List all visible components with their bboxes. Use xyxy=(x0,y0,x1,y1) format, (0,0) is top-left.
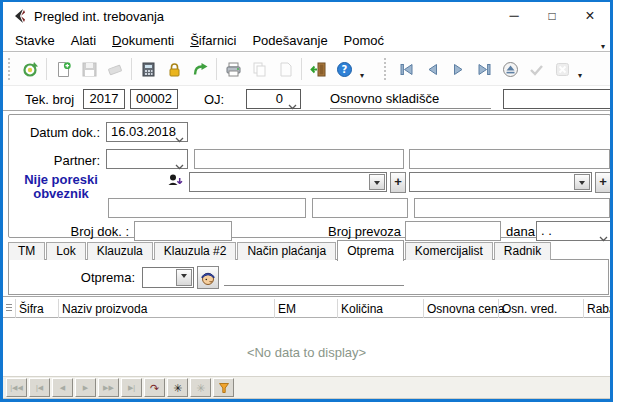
menu-pomoc[interactable]: Pomoć xyxy=(336,31,392,50)
add-address2-button[interactable]: + xyxy=(595,172,611,193)
tab-radnik[interactable]: Radnik xyxy=(494,242,551,260)
column-separator xyxy=(274,299,275,318)
maximize-button[interactable]: □ xyxy=(535,2,569,29)
svg-text:?: ? xyxy=(341,64,347,75)
dana-combobox[interactable]: . . xyxy=(536,221,612,241)
menu-podesavanje[interactable]: Podešavanje xyxy=(244,31,335,50)
dropdown-button[interactable] xyxy=(176,269,192,286)
copy-button xyxy=(246,56,272,82)
address2-combobox[interactable] xyxy=(409,172,592,192)
exit-button[interactable] xyxy=(305,56,331,82)
tab-otprema[interactable]: Otprema xyxy=(337,240,404,261)
calculator-button[interactable] xyxy=(135,56,161,82)
print-button[interactable] xyxy=(220,56,246,82)
column-separator xyxy=(498,299,499,318)
add-address-button[interactable]: + xyxy=(390,172,406,193)
tab-klauzula-2[interactable]: Klauzula #2 xyxy=(154,242,237,260)
grid-column-sifra[interactable]: Šifra xyxy=(19,302,44,316)
redo-button[interactable] xyxy=(187,56,213,82)
dropdown-button[interactable] xyxy=(369,174,385,190)
address-combobox[interactable] xyxy=(189,172,387,192)
grid-nav-append-button[interactable]: ✳ xyxy=(167,378,188,397)
toolbar-options-icon[interactable]: ▾ xyxy=(360,71,364,80)
broj-prevoza-field[interactable] xyxy=(405,221,501,241)
partner-combobox[interactable] xyxy=(106,149,188,169)
row-indicator-icon xyxy=(5,302,13,317)
nav-next-button[interactable] xyxy=(445,56,471,82)
refresh-button[interactable] xyxy=(17,56,43,82)
new-document-button[interactable] xyxy=(50,56,76,82)
menu-alati[interactable]: Alati xyxy=(63,31,104,50)
broj-dok-field[interactable] xyxy=(134,221,232,241)
eject-button[interactable] xyxy=(497,56,523,82)
nav-last-button[interactable] xyxy=(471,56,497,82)
menu-sifarnici[interactable]: Šifarnici xyxy=(182,31,244,50)
detail-field-2[interactable] xyxy=(312,198,408,218)
nav-previous-button[interactable] xyxy=(419,56,445,82)
dropdown-button[interactable] xyxy=(574,174,590,190)
otprema-tab-page: Otprema: xyxy=(8,259,609,295)
toolbar-separator xyxy=(216,58,217,80)
window-title: Pregled int. trebovanja xyxy=(34,9,164,24)
menu-overflow-icon[interactable]: ▾ xyxy=(601,42,605,51)
detail-field-1[interactable] xyxy=(108,198,306,218)
tab-strip: TM Lok Klauzula Klauzula #2 Način plaćan… xyxy=(8,240,552,260)
tab-lok[interactable]: Lok xyxy=(46,242,85,260)
header-extra-field[interactable] xyxy=(503,89,611,109)
grid-column-em[interactable]: EM xyxy=(278,302,296,316)
toolbar-separator xyxy=(301,58,302,80)
nav-first-button[interactable] xyxy=(393,56,419,82)
chevron-down-icon xyxy=(288,97,297,115)
dana-label: dana xyxy=(506,224,534,239)
worker-face-icon xyxy=(200,270,216,286)
grid-nav-refresh-button[interactable]: ↷ xyxy=(144,378,165,397)
oj-combobox[interactable]: 0 xyxy=(246,89,301,109)
grid-column-rabat[interactable]: Rabat xyxy=(587,302,613,316)
triangle-down-icon xyxy=(374,181,380,188)
partner-name2-field[interactable] xyxy=(409,149,610,169)
partner-name-field[interactable] xyxy=(194,149,404,169)
grid-column-naziv-proizvoda[interactable]: Naziv proizvoda xyxy=(62,302,147,316)
grid-column-osn-vred[interactable]: Osn. vred. xyxy=(502,302,557,316)
lock-button[interactable] xyxy=(161,56,187,82)
navigation-toolbar: ▾ xyxy=(381,56,585,82)
otprema-text-field[interactable] xyxy=(224,285,404,286)
toolbar-grip[interactable] xyxy=(8,58,12,80)
select-person-button[interactable] xyxy=(197,266,219,289)
grid-nav-prior-button: ◀ xyxy=(52,378,73,397)
toolbar-grip[interactable] xyxy=(384,58,388,80)
toolbar: ? ▾ ▾ xyxy=(3,53,610,86)
grid-nav-last-button: ▶| xyxy=(121,378,142,397)
tek-broj-number-field[interactable]: 00002 xyxy=(130,89,178,109)
otprema-combobox[interactable] xyxy=(142,267,194,288)
chevron-down-icon xyxy=(175,130,184,148)
partner-label: Partner: xyxy=(9,153,100,168)
help-button[interactable]: ? xyxy=(331,56,357,82)
grid-nav-filter-button[interactable] xyxy=(213,378,234,397)
grid-column-osnovna-cena[interactable]: Osnovna cena xyxy=(427,302,504,316)
confirm-button xyxy=(523,56,549,82)
minimize-button[interactable]: ─ xyxy=(497,2,531,29)
document-number-row: Tek. broj 2017 00002 OJ: 0 Osnovno sklad… xyxy=(3,89,610,111)
tek-broj-year-field[interactable]: 2017 xyxy=(83,89,125,109)
datum-dok-combobox[interactable]: 16.03.2018 xyxy=(106,122,188,142)
grid-column-kolicina[interactable]: Količina xyxy=(341,302,383,316)
menu-dokumenti[interactable]: Dokumenti xyxy=(104,31,182,50)
toolbar-options-icon[interactable]: ▾ xyxy=(578,71,582,80)
triangle-down-icon xyxy=(181,274,187,281)
tab-klauzula[interactable]: Klauzula xyxy=(87,242,153,260)
tab-nacin-placanja[interactable]: Način plaćanja xyxy=(237,242,336,260)
menu-stavke[interactable]: Stavke xyxy=(7,31,63,50)
detail-field-3[interactable] xyxy=(414,198,610,218)
tek-broj-label: Tek. broj xyxy=(25,92,74,107)
document-header-panel: Datum dok.: 16.03.2018 Partner: Nije por… xyxy=(8,114,611,238)
triangle-down-icon xyxy=(579,181,585,188)
broj-prevoza-label: Broj prevoza xyxy=(319,224,401,239)
tab-komercijalist[interactable]: Komercijalist xyxy=(405,242,493,260)
separator-ridge xyxy=(3,110,610,112)
filter-funnel-icon xyxy=(218,382,230,394)
partner-select-icon[interactable] xyxy=(167,173,183,192)
close-button[interactable]: × xyxy=(573,2,607,29)
warehouse-field[interactable]: Osnovno skladišče xyxy=(330,89,491,109)
tab-tm[interactable]: TM xyxy=(8,242,45,260)
